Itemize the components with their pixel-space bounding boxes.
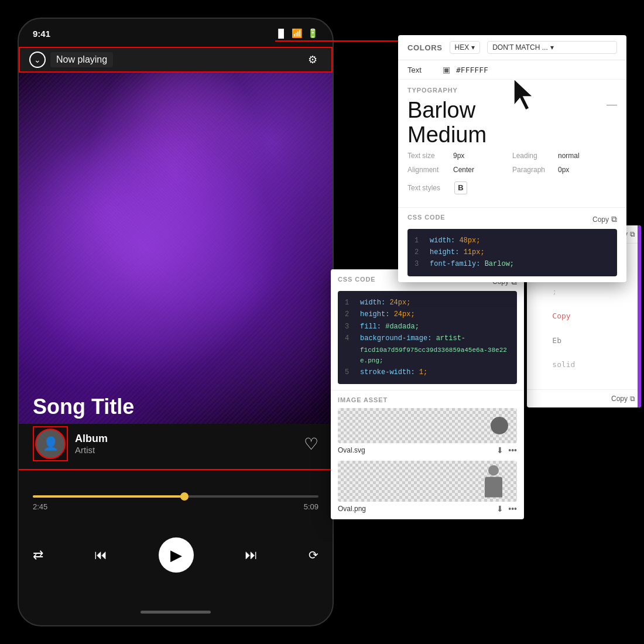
album-art-overlay (19, 73, 333, 424)
now-playing-bar[interactable]: ⌄ Now playing ⚙ (19, 47, 333, 73)
now-playing-left: ⌄ Now playing (29, 52, 113, 68)
css-code-block-2: 1 width: 24px; 2 height: 24px; 3 fill: #… (338, 291, 517, 384)
asset-inner-2 (338, 461, 517, 502)
css-code-section-2: CSS CODE Copy ⧉ 1 width: 24px; 2 height:… (331, 269, 524, 390)
progress-track[interactable] (33, 495, 318, 498)
paragraph-label: Paragraph (512, 166, 553, 174)
asset-1-actions: ⬇ ••• (496, 446, 517, 455)
avatar: 👤 (35, 429, 66, 459)
asset-1-more-button[interactable]: ••• (508, 446, 517, 455)
chevron-down-icon[interactable]: ⌄ (29, 52, 46, 68)
css-line-3: 3 fill: #dadada; (345, 321, 510, 333)
artist-name: Artist (75, 445, 108, 455)
song-info: Song Title 👤 Album Artist ♡ (19, 395, 333, 461)
album-separator-line (19, 469, 333, 470)
repeat-button[interactable]: ⟳ (309, 548, 318, 562)
battery-icon: 🔋 (307, 28, 318, 39)
copy-label-right-2: Copy (611, 395, 628, 403)
alignment-row: Alignment Center (407, 164, 512, 176)
cursor-arrow (509, 76, 539, 111)
asset-person-preview (482, 465, 505, 498)
song-meta: 👤 Album Artist ♡ (33, 426, 318, 461)
hex-dropdown[interactable]: HEX ▾ (450, 41, 481, 54)
paragraph-row: Paragraph 0px (512, 164, 617, 176)
asset-2-name: Oval.png (338, 505, 366, 513)
css-code-block-1: 1 width: 48px; 2 height: 11px; 3 font-fa… (407, 229, 617, 276)
color-type-label: Text (407, 66, 437, 74)
song-meta-left: 👤 Album Artist (33, 426, 108, 461)
panel-header: COLORS HEX ▾ DON'T MATCH ... ▾ (398, 35, 626, 60)
next-button[interactable]: ⏭ (245, 547, 258, 563)
asset-1-name: Oval.svg (338, 446, 365, 454)
css-line-2: 2 height: 24px; (345, 309, 510, 320)
purple-border-accent (638, 225, 641, 407)
asset-thumb-1 (338, 408, 517, 443)
asset-thumb-2 (338, 461, 517, 502)
home-indicator (141, 611, 211, 614)
shuffle-button[interactable]: ⇄ (33, 547, 43, 563)
leading-label: Leading (512, 152, 553, 160)
asset-row-2: Oval.png ⬇ ••• (338, 504, 517, 513)
bold-icon: B (458, 183, 463, 192)
colors-label: COLORS (407, 43, 443, 52)
phone-mockup: 9:41 ▐▌ 📶 🔋 ⌄ Now playing ⚙ Song Title 👤… (18, 18, 334, 626)
album-name: Album (75, 433, 108, 445)
alignment-label: Alignment (407, 166, 448, 174)
css-code-header: CSS CODE Copy ⧉ (407, 214, 617, 225)
image-asset-section: IMAGE ASSET Oval.svg ⬇ ••• (331, 390, 524, 519)
status-icons: ▐▌ 📶 🔋 (275, 28, 318, 39)
text-size-value: 9px (453, 152, 464, 160)
copy-css-button-1[interactable]: Copy ⧉ (592, 214, 617, 224)
gear-button[interactable]: ⚙ (303, 50, 322, 69)
play-button[interactable]: ▶ (159, 537, 194, 573)
css-line-5: 5 stroke-width: 1; (345, 366, 510, 378)
font-details-grid: Text size 9px Leading normal Alignment C… (407, 150, 617, 176)
match-chevron-icon: ▾ (550, 43, 554, 52)
copy-button-right-2[interactable]: Copy ⧉ (611, 395, 635, 403)
match-dropdown[interactable]: DON'T MATCH ... ▾ (487, 41, 617, 54)
copy-label-1: Copy (592, 215, 609, 224)
css-panel: CSS CODE Copy ⧉ 1 width: 24px; 2 height:… (331, 269, 524, 519)
alignment-value: Center (453, 166, 474, 174)
time-total: 5:09 (304, 502, 318, 511)
artist-avatar-box: 👤 (33, 426, 68, 461)
asset-2-more-button[interactable]: ••• (508, 504, 517, 513)
css-line-1: 1 width: 24px; (345, 297, 510, 309)
asset-2-download-button[interactable]: ⬇ (496, 504, 503, 513)
prev-button[interactable]: ⏮ (94, 547, 107, 563)
text-styles-label: Text styles (407, 184, 448, 192)
album-art (19, 73, 333, 424)
paragraph-value: 0px (558, 166, 569, 174)
text-styles-row: Text styles B (407, 181, 617, 194)
code-line-1: 1 width: 48px; (415, 235, 610, 246)
now-playing-label: Now playing (50, 52, 113, 67)
album-artist-text: Album Artist (75, 433, 108, 455)
asset-1-download-button[interactable]: ⬇ (496, 446, 503, 455)
css-line-4b: f1cd10a7d59f975cc39d336859a45e6a-38e22e.… (345, 345, 510, 366)
text-size-row: Text size 9px (407, 150, 512, 162)
css-code-label: CSS CODE (407, 214, 446, 221)
asset-2-actions: ⬇ ••• (496, 504, 517, 513)
colors-panel: COLORS HEX ▾ DON'T MATCH ... ▾ Text ▣ #F… (398, 35, 626, 282)
progress-times: 2:45 5:09 (33, 502, 318, 511)
code-line-3: 3 font-family: Barlow; (415, 258, 610, 270)
copy-icon-right-1: ⧉ (630, 230, 635, 238)
text-size-label: Text size (407, 152, 448, 160)
bold-button[interactable]: B (454, 181, 467, 194)
color-hex-value: #FFFFFF (456, 66, 488, 74)
image-asset-label: IMAGE ASSET (338, 396, 517, 403)
time-current: 2:45 (33, 502, 47, 511)
progress-section: 2:45 5:09 (19, 495, 333, 511)
copy-icon-right-2: ⧉ (630, 395, 635, 403)
progress-fill (33, 495, 184, 498)
signal-icon: ▐▌ (275, 29, 287, 38)
oval-svg-preview (491, 417, 508, 434)
font-name: Barlow Medium (407, 98, 487, 148)
asset-row-1: Oval.svg ⬇ ••• (338, 446, 517, 455)
font-minus-icon[interactable]: — (607, 98, 617, 111)
css-code-section-1: CSS CODE Copy ⧉ 1 width: 48px; 2 height:… (398, 207, 626, 282)
heart-button[interactable]: ♡ (304, 434, 318, 454)
wifi-icon: 📶 (292, 28, 303, 39)
song-title: Song Title (33, 395, 318, 419)
progress-thumb[interactable] (180, 492, 189, 501)
